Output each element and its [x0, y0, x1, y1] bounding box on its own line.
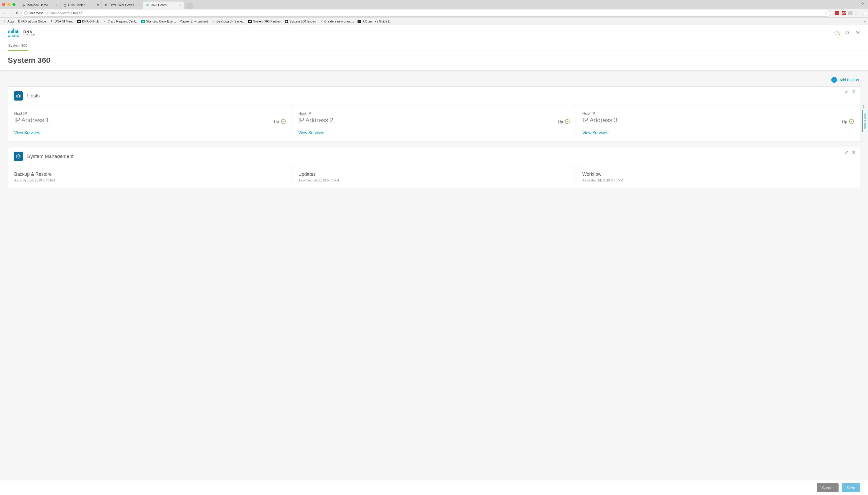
bookmark-item[interactable]: ☁Dashboard - Syste... [212, 20, 245, 23]
bookmark-item[interactable]: ◆DNA GitHub [77, 20, 99, 23]
mgmt-timestamp: As of Sep 14, 2018 5:46 PM [14, 178, 286, 182]
view-services-link[interactable]: View Services [298, 131, 570, 135]
browser-tab-icomoon[interactable]: ◑ IcoMoon Demo × [19, 2, 60, 9]
add-dashlet-row: + Add Dashlet [8, 75, 860, 86]
favicon-icon: 🗎 [104, 3, 108, 7]
make-a-wish-tab[interactable]: Make a Wish [862, 110, 868, 132]
svg-rect-6 [19, 96, 20, 97]
maximize-window-icon[interactable] [12, 3, 16, 6]
bookmark-label: Cisco Request Cent... [107, 20, 138, 23]
cloud-status-icon[interactable]: ▲ [834, 31, 839, 35]
favicon-icon: ◯ [63, 3, 67, 7]
trash-icon[interactable] [852, 90, 856, 94]
dashlet-body: Host IP IP Address 1 Up View Services Ho… [8, 105, 860, 141]
bookmark-item[interactable]: ◆System 360 Kanban [248, 20, 281, 23]
bookmark-apps[interactable]: ⋮⋮⋮Apps [3, 20, 15, 23]
close-window-icon[interactable] [2, 3, 5, 6]
bookmark-label: Maglev Environment [179, 20, 208, 23]
abp-extension-icon[interactable]: ABP [842, 11, 846, 15]
profile-icon[interactable] [859, 1, 866, 8]
forward-button[interactable]: → [9, 11, 12, 15]
browser-menu-icon[interactable]: ⋮ [862, 11, 866, 16]
browser-tab-dna-active[interactable]: ⌘ DNA Center × [143, 2, 184, 9]
tab-title: DNA Center [68, 3, 95, 7]
extension-icon[interactable] [855, 11, 859, 15]
back-button[interactable]: ← [2, 11, 5, 15]
bookmark-label: A Dummy's Guide t... [362, 20, 391, 23]
bookmark-item[interactable]: ☁Cisco Request Cent... [103, 20, 138, 23]
bookmark-item[interactable]: DNA Platform Guide [18, 20, 46, 23]
bookmark-label: System 360 Issues [289, 20, 316, 23]
host-cell: Host IP IP Address 1 Up View Services [8, 105, 292, 141]
content-area: + Add Dashlet Hosts Host IP IP Address 1 [0, 71, 868, 480]
reload-button[interactable]: ⟳ [16, 11, 19, 15]
traffic-lights [2, 3, 16, 6]
tab-title: Html Color Codes [109, 3, 137, 7]
host-cell: Host IP IP Address 3 Up View Services [576, 105, 860, 141]
dashlet-hosts: Hosts Host IP IP Address 1 Up Vi [8, 86, 860, 141]
tab-title: DNA Center [151, 3, 178, 7]
help-button[interactable]: ? [861, 104, 866, 108]
host-status: Up [274, 119, 285, 124]
address-bar[interactable]: i localhost:3001/newSystem360#edit ☆ [21, 10, 830, 17]
search-icon[interactable] [845, 31, 850, 35]
address-bar-row: ← → ⟳ i localhost:3001/newSystem360#edit… [0, 9, 868, 18]
browser-tabs: ◑ IcoMoon Demo × ◯ DNA Center × 🗎 Html C… [19, 0, 193, 9]
browser-tab-dna-1[interactable]: ◯ DNA Center × [60, 2, 102, 9]
close-tab-icon[interactable]: × [139, 3, 140, 7]
page-tabs: System 360 [0, 40, 868, 51]
bookmark-item[interactable]: ◆System 360 Issues [285, 20, 316, 23]
svg-line-2 [848, 33, 849, 34]
layers-icon [14, 152, 23, 161]
new-tab-button[interactable] [186, 3, 193, 9]
bookmark-label: Dashboard - Syste... [216, 20, 245, 23]
bookmark-item[interactable]: ⎇Create a new branc... [320, 20, 354, 23]
close-tab-icon[interactable]: × [97, 3, 99, 7]
svg-point-3 [857, 32, 859, 33]
edit-icon[interactable] [845, 150, 849, 154]
cancel-button[interactable]: Cancel [817, 483, 838, 492]
host-label: Host IP [582, 111, 617, 116]
dashlet-body: Backup & Restore As of Sep 14, 2018 5:46… [8, 166, 860, 188]
status-text: Up [558, 119, 563, 124]
host-label: Host IP [298, 111, 334, 116]
bookmark-item[interactable]: Maglev Environment [179, 20, 208, 23]
bookmark-item[interactable]: 🗎DNA UI Menu [50, 20, 73, 23]
cisco-bars-icon [8, 28, 19, 33]
trash-icon[interactable] [852, 150, 856, 154]
bookmark-label: DNA UI Menu [54, 20, 73, 23]
minimize-window-icon[interactable] [7, 3, 10, 6]
favicon-icon: ◑ [22, 3, 25, 7]
bookmark-label: System 360 Kanban [253, 20, 281, 23]
save-button[interactable]: Save [842, 483, 860, 492]
bookmark-item[interactable]: AStanding Desk Exer... [141, 20, 176, 23]
tab-system-360[interactable]: System 360 [8, 40, 28, 51]
cisco-text: CISCO [8, 34, 20, 38]
mgmt-cell: Workflow As of Sep 14, 2018 5:46 PM [576, 166, 860, 188]
cisco-logo[interactable]: CISCO DNA CENTER [8, 28, 35, 38]
site-info-icon[interactable]: i [24, 11, 28, 15]
browser-tab-colors[interactable]: 🗎 Html Color Codes × [102, 2, 143, 9]
gear-icon[interactable] [855, 31, 860, 35]
view-services-link[interactable]: View Services [582, 131, 854, 135]
bookmark-label: DNA Platform Guide [18, 20, 46, 23]
host-ip: IP Address 3 [582, 117, 617, 124]
extension-icon[interactable]: ⋮⋮ [835, 11, 839, 15]
close-tab-icon[interactable]: × [180, 3, 182, 7]
add-dashlet-button[interactable]: + Add Dashlet [831, 77, 859, 83]
svg-rect-5 [18, 95, 19, 97]
mgmt-cell: Backup & Restore As of Sep 14, 2018 5:46… [8, 166, 292, 188]
star-icon[interactable]: ☆ [824, 11, 828, 15]
footer-bar: Cancel Save [0, 480, 868, 495]
close-tab-icon[interactable]: × [56, 3, 58, 7]
page-title: System 360 [8, 56, 860, 65]
mgmt-cell: Updates As of Sep 14, 2018 5:46 PM [292, 166, 576, 188]
bookmark-item[interactable]: MA Dummy's Guide t... [357, 20, 391, 23]
view-services-link[interactable]: View Services [14, 131, 286, 135]
host-ip: IP Address 1 [14, 117, 49, 124]
bookmark-label: Create a new branc... [324, 20, 354, 23]
bookmarks-overflow-icon[interactable]: » [864, 20, 865, 23]
edit-icon[interactable] [845, 90, 849, 94]
extension-icon[interactable] [848, 11, 852, 15]
browser-chrome: ◑ IcoMoon Demo × ◯ DNA Center × 🗎 Html C… [0, 0, 868, 25]
